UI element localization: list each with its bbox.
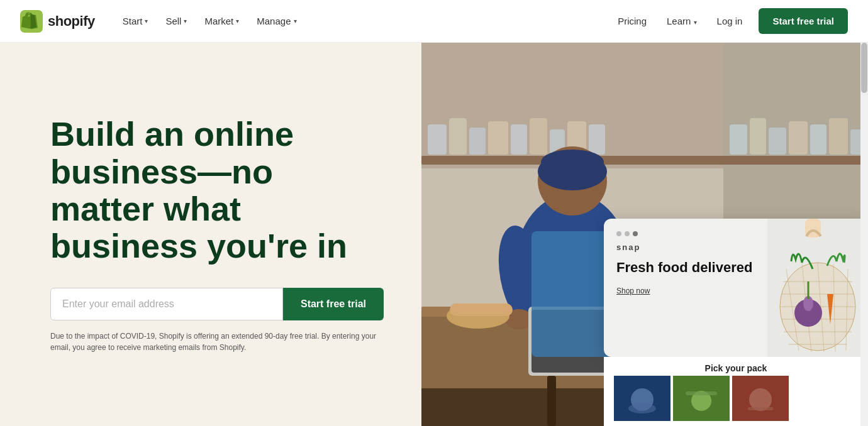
product-thumbnail-3[interactable] [732,376,789,421]
nav-manage[interactable]: Manage ▾ [249,11,304,31]
logo-area: shopify [20,10,95,33]
chevron-down-icon: ▾ [184,18,187,25]
scrollbar-thumb [861,43,867,93]
hero-title: Build an online business—no matter what … [50,116,384,265]
svg-rect-9 [530,118,547,155]
snap-card-info: snap Fresh food delivered Shop now [604,219,767,357]
hero-right: snap Fresh food delivered Shop now [421,43,868,426]
shopify-logo-text: shopify [48,13,95,30]
product-thumbnail-1[interactable] [614,376,670,421]
svg-point-18 [541,150,604,175]
svg-rect-70 [748,407,773,410]
svg-rect-27 [450,303,513,316]
carousel-dot-active [633,231,638,236]
svg-point-64 [628,403,656,413]
svg-rect-35 [810,124,826,155]
svg-rect-67 [686,391,717,395]
svg-rect-12 [589,124,605,155]
chevron-down-icon: ▾ [145,18,148,25]
svg-rect-31 [730,124,747,155]
svg-rect-7 [488,121,508,155]
chevron-down-icon: ▾ [694,19,697,26]
scrollbar[interactable] [860,43,868,426]
nav-learn[interactable]: Learn ▾ [658,11,706,31]
email-input[interactable] [50,288,283,320]
hero-left: Build an online business—no matter what … [0,43,421,426]
svg-rect-5 [449,118,467,155]
svg-rect-6 [469,128,486,155]
svg-rect-34 [789,121,808,155]
carousel-dot [625,231,630,236]
pick-your-pack-label: Pick your pack [604,363,868,373]
nav-links: Start ▾ Sell ▾ Market ▾ Manage ▾ [115,11,304,31]
chevron-down-icon: ▾ [236,18,239,25]
svg-rect-39 [547,376,556,426]
shopify-logo-icon [20,10,43,33]
svg-rect-8 [511,124,527,155]
snap-card-image [767,219,868,357]
nav-start[interactable]: Start ▾ [115,11,156,31]
snap-shop-now-link[interactable]: Shop now [616,287,650,295]
hero-start-trial-button[interactable]: Start free trial [283,288,384,320]
nav-market[interactable]: Market ▾ [197,11,247,31]
email-cta-row: Start free trial [50,288,384,320]
svg-rect-25 [531,231,613,357]
carousel-dot [616,231,621,236]
chevron-down-icon: ▾ [294,18,297,25]
navbar: shopify Start ▾ Sell ▾ Market ▾ Manage ▾… [0,0,868,43]
disclaimer-text: Due to the impact of COVID-19, Shopify i… [50,330,377,353]
product-thumbnail-2[interactable] [673,376,730,421]
main-content: Build an online business—no matter what … [0,43,868,426]
login-button[interactable]: Log in [708,11,752,31]
navbar-start-trial-button[interactable]: Start free trial [759,8,848,34]
snap-logo-text: snap [616,243,755,252]
snap-store-card: snap Fresh food delivered Shop now [604,219,868,357]
nav-pricing[interactable]: Pricing [609,11,655,31]
svg-rect-36 [829,118,848,155]
svg-rect-33 [769,128,786,155]
navbar-right: Pricing Learn ▾ Log in Start free trial [609,8,848,34]
snap-card-title: Fresh food delivered [616,259,755,276]
products-row: Pick your pack [604,357,868,426]
svg-rect-4 [428,124,447,155]
svg-rect-30 [723,156,868,165]
svg-rect-32 [750,118,766,155]
nav-sell[interactable]: Sell ▾ [158,11,194,31]
